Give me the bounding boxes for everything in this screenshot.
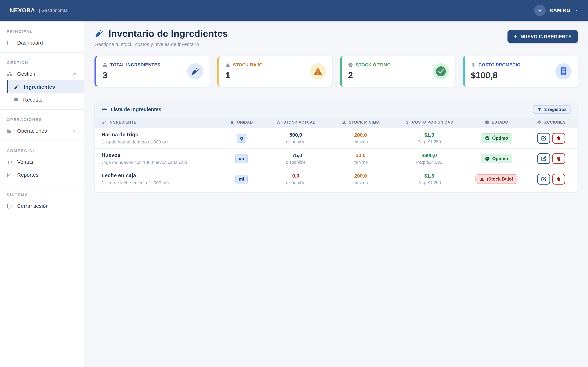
delete-button[interactable]: [552, 153, 565, 164]
stock-minimo-value: 200,0: [354, 173, 367, 179]
sidebar-item-label: Reportes: [17, 172, 77, 178]
column-header: UNIDAD: [237, 120, 253, 125]
new-ingredient-button[interactable]: + NUEVO INGREDIENTE: [508, 30, 578, 43]
stock-minimo-value: 30,0: [356, 153, 365, 158]
calculator-icon: [555, 63, 571, 79]
carrot-icon: [95, 29, 104, 38]
sidebar-item-operaciones[interactable]: Operaciones: [0, 125, 84, 137]
brand[interactable]: NEXORA | Gastronomía: [10, 7, 68, 14]
column-header: STOCK ACTUAL: [283, 120, 315, 125]
ingredient-name: Huevos: [102, 152, 121, 158]
dollar-icon: [471, 62, 476, 67]
unit-badge: un: [235, 154, 248, 163]
cart-icon: [7, 159, 13, 165]
column-header: ACCIONES: [544, 120, 566, 125]
sidebar-item-label: Ventas: [17, 159, 77, 165]
edit-button[interactable]: [537, 133, 550, 144]
ingredient-description: 1 litro de leche en caja (1.000 ml): [102, 180, 169, 186]
stock-actual-note: disponible: [286, 160, 306, 165]
boxes-icon: [103, 62, 107, 67]
delete-button[interactable]: [552, 133, 565, 144]
sidebar: PRINCIPAL Dashboard GESTIÓN Gestión Ing: [0, 21, 84, 367]
delete-button[interactable]: [552, 174, 565, 184]
sidebar-divider: [0, 184, 84, 185]
sidebar-item-label: Cerrar sesión: [17, 203, 77, 209]
boxes-icon: [7, 71, 13, 77]
stat-value: 1: [225, 70, 263, 80]
stock-actual-value: 500,0: [289, 132, 302, 138]
check-circle-icon: [485, 156, 490, 161]
page-title: Inventario de Ingredientes: [109, 28, 228, 39]
ingredient-name: Leche en caja: [102, 173, 136, 178]
cost-note: Paq: $1.250: [417, 180, 441, 185]
status-label: Óptimo: [492, 135, 508, 141]
edit-button[interactable]: [537, 174, 550, 184]
sidebar-section-sistema: SISTEMA: [0, 188, 84, 200]
stat-value: $100,8: [471, 70, 521, 80]
sidebar-item-gestion[interactable]: Gestión: [0, 67, 84, 80]
sidebar-item-ventas[interactable]: Ventas: [0, 156, 84, 168]
sidebar-item-dashboard[interactable]: Dashboard: [0, 36, 84, 49]
sidebar-section-principal: PRINCIPAL: [0, 25, 84, 36]
cost-note: Paq: $1.250: [417, 139, 441, 144]
unit-badge: ml: [235, 175, 247, 184]
sidebar-section-gestion: GESTIÓN: [0, 56, 84, 67]
stat-value: 2: [348, 70, 391, 80]
status-label: Óptimo: [492, 156, 508, 161]
check-circle-icon: [348, 62, 353, 67]
cost-value: $300,0: [421, 153, 437, 158]
sidebar-item-label: Gestión: [17, 71, 68, 77]
brand-app-name: | Gastronomía: [39, 8, 68, 13]
alert-triangle-icon: [342, 120, 346, 125]
main-content: Inventario de Ingredientes Gestiona tu s…: [84, 21, 588, 367]
cost-value: $1,3: [424, 132, 434, 138]
column-header: INGREDIENTE: [109, 120, 136, 125]
stock-actual-value: 0,0: [292, 173, 299, 179]
table-header-row: INGREDIENTE UNIDAD STOCK ACTUAL: [95, 117, 578, 128]
line-chart-icon: [7, 172, 13, 178]
logout-icon: [7, 203, 13, 209]
column-header: STOCK MÍNIMO: [349, 120, 379, 125]
sidebar-section-comercial: COMERCIAL: [0, 144, 84, 156]
gears-icon: [537, 120, 542, 125]
page-subtitle: Gestiona tu stock, costos y niveles de i…: [95, 42, 228, 47]
sidebar-divider: [0, 109, 84, 110]
book-icon: [13, 97, 19, 103]
stat-label: COSTO PROMEDIO: [479, 62, 521, 67]
brand-name: NEXORA: [10, 7, 35, 14]
check-circle-icon: [485, 136, 490, 141]
factory-icon: [7, 128, 13, 134]
stat-card-stock-bajo: STOCK BAJO 1: [217, 56, 332, 87]
boxes-icon: [276, 120, 281, 125]
stock-minimo-note: mínimo: [354, 160, 368, 165]
gestion-submenu: Ingredientes Recetas: [7, 80, 84, 106]
column-header: ESTADO: [492, 120, 508, 125]
edit-button[interactable]: [537, 153, 550, 164]
plus-icon: +: [514, 33, 518, 40]
ingredient-name: Harina de trigo: [102, 132, 138, 138]
stat-label: STOCK BAJO: [233, 62, 263, 67]
sidebar-item-reportes[interactable]: Reportes: [0, 168, 84, 181]
sidebar-item-recetas[interactable]: Recetas: [7, 93, 84, 106]
cost-note: Paq: $54.000: [416, 160, 442, 165]
list-icon: [102, 107, 107, 112]
new-ingredient-label: NUEVO INGREDIENTE: [521, 34, 571, 39]
user-name: RAMIRO: [550, 8, 571, 13]
user-menu[interactable]: R RAMIRO: [534, 5, 578, 16]
alert-triangle-icon: [225, 62, 230, 67]
sidebar-item-label: Operaciones: [17, 128, 68, 134]
stat-card-total-ingredientes: TOTAL INGREDIENTES 3: [95, 56, 210, 87]
sidebar-section-operaciones: OPERACIONES: [0, 113, 84, 125]
stat-label: TOTAL INGREDIENTES: [110, 62, 160, 67]
sidebar-item-ingredientes[interactable]: Ingredientes: [7, 80, 84, 93]
sidebar-item-label: Dashboard: [17, 40, 77, 46]
top-navbar: NEXORA | Gastronomía R RAMIRO: [0, 0, 588, 21]
sidebar-item-label: Ingredientes: [24, 84, 55, 90]
ingredient-description: 1 kg de harina de trigo (1.000 gr): [102, 139, 168, 145]
stock-minimo-note: mínimo: [354, 180, 368, 185]
stat-card-costo-promedio: COSTO PROMEDIO $100,8: [463, 56, 578, 87]
stock-minimo-value: 200,0: [354, 132, 367, 138]
sidebar-item-cerrar-sesion[interactable]: Cerrar sesión: [0, 200, 84, 213]
chevron-up-icon: [72, 71, 77, 76]
column-header: COSTO POR UNIDAD: [412, 120, 453, 125]
